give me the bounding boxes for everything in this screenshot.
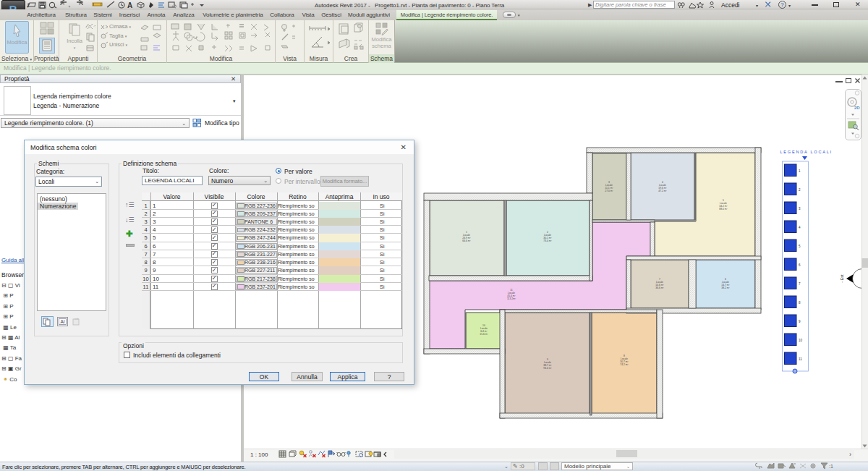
- svg-text::1: :1: [829, 464, 833, 469]
- svg-text:15.6 m²: 15.6 m²: [480, 333, 488, 336]
- svg-text:113.2m²: 113.2m²: [507, 297, 516, 300]
- svg-text:8: 8: [799, 301, 801, 305]
- svg-text:47.2 m²: 47.2 m²: [658, 190, 667, 192]
- svg-text:9: 9: [799, 320, 801, 323]
- svg-text:LEGENDA LOCALI: LEGENDA LOCALI: [780, 150, 833, 154]
- svg-text:3: 3: [799, 207, 801, 211]
- svg-text:38.2 m²: 38.2 m²: [721, 287, 730, 289]
- svg-text:11: 11: [799, 357, 802, 361]
- svg-text:5: 5: [799, 245, 801, 248]
- svg-text:74.2 m²: 74.2 m²: [620, 363, 629, 366]
- svg-text:73.4 m²: 73.4 m²: [543, 239, 552, 242]
- svg-text:1: 1: [799, 169, 801, 173]
- svg-text:7: 7: [799, 282, 801, 286]
- svg-text:88.0 m²: 88.0 m²: [719, 208, 728, 211]
- svg-text:66.6 m²: 66.6 m²: [462, 239, 471, 242]
- svg-text:- Est: - Est: [840, 274, 844, 283]
- svg-text:6: 6: [799, 263, 801, 267]
- svg-text:94.4 m²: 94.4 m²: [543, 367, 552, 370]
- svg-text:2D: 2D: [854, 106, 860, 110]
- svg-text:AI: AI: [60, 319, 64, 324]
- svg-text:10: 10: [799, 339, 803, 342]
- svg-text:A: A: [127, 1, 132, 9]
- svg-text:2: 2: [799, 188, 801, 192]
- svg-text:4: 4: [799, 226, 801, 229]
- svg-text:27.0 m²: 27.0 m²: [605, 190, 613, 192]
- svg-text:36.6 m²: 36.6 m²: [655, 287, 664, 289]
